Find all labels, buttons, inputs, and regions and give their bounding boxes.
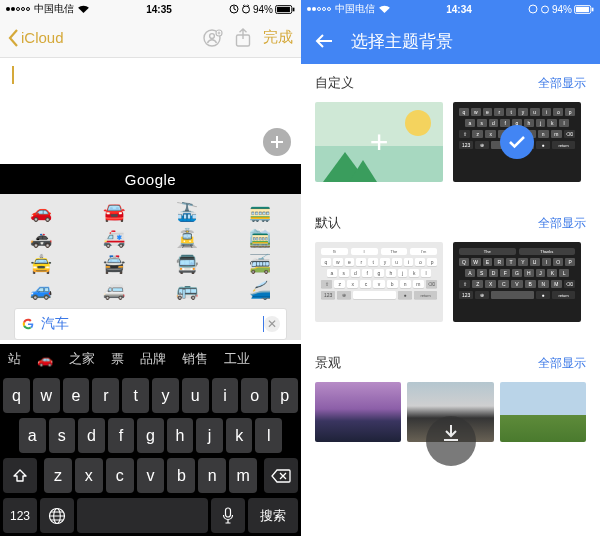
emoji-item[interactable]: 🚎	[226, 252, 293, 276]
theme-scenic-1[interactable]	[315, 382, 401, 442]
back-button[interactable]	[315, 33, 333, 49]
search-key[interactable]: 搜索	[248, 498, 298, 533]
key-q[interactable]: q	[3, 378, 30, 413]
key-l[interactable]: l	[255, 418, 282, 453]
key-b[interactable]: b	[167, 458, 195, 493]
key-s[interactable]: s	[49, 418, 76, 453]
key-u[interactable]: u	[182, 378, 209, 413]
emoji-item[interactable]: 🚊	[154, 226, 221, 250]
theme-add-custom[interactable]: +	[315, 102, 443, 182]
svg-rect-11	[226, 508, 231, 517]
emoji-item[interactable]: 🚙	[8, 278, 75, 302]
page-title: 选择主题背景	[351, 30, 453, 53]
key-g[interactable]: g	[137, 418, 164, 453]
globe-key[interactable]	[40, 498, 74, 533]
emoji-item[interactable]: 🚍	[154, 252, 221, 276]
key-y[interactable]: y	[152, 378, 179, 413]
add-attachment-button[interactable]	[263, 128, 291, 156]
key-p[interactable]: p	[271, 378, 298, 413]
suggestion-item[interactable]: 之家	[61, 350, 103, 368]
theme-default-dark[interactable]: TheThanksQWERTYUIOPASDFGHJKL⇧ZXCVBNM⌫123…	[453, 242, 581, 322]
carrier-label: 中国电信	[34, 2, 74, 16]
header-bar: 选择主题背景	[301, 18, 600, 64]
space-key[interactable]	[77, 498, 208, 533]
key-t[interactable]: t	[122, 378, 149, 413]
alarm-icon	[540, 4, 550, 14]
key-i[interactable]: i	[212, 378, 239, 413]
text-cursor-icon	[12, 66, 14, 84]
emoji-item[interactable]: 🚐	[81, 278, 148, 302]
keyboard: qwertyuiop asdfghjkl zxcvbnm 123 搜索	[0, 374, 301, 536]
phone-left: 中国电信 14:35 94% iCloud	[0, 0, 301, 536]
shift-key[interactable]	[3, 458, 37, 493]
show-all-link[interactable]: 全部显示	[538, 355, 586, 372]
suggestion-item[interactable]: 🚗	[29, 352, 61, 367]
suggestion-item[interactable]: 品牌	[132, 350, 174, 368]
search-text: 汽车	[41, 315, 262, 333]
rotation-lock-icon	[229, 4, 239, 14]
mic-key[interactable]	[211, 498, 245, 533]
numbers-key[interactable]: 123	[3, 498, 37, 533]
note-area[interactable]	[0, 58, 301, 164]
battery-label: 94%	[552, 4, 572, 15]
key-c[interactable]: c	[106, 458, 134, 493]
emoji-item[interactable]: 🚄	[226, 278, 293, 302]
key-e[interactable]: e	[63, 378, 90, 413]
back-button[interactable]: iCloud	[8, 29, 64, 47]
key-m[interactable]: m	[229, 458, 257, 493]
key-k[interactable]: k	[226, 418, 253, 453]
emoji-item[interactable]: 🚖	[8, 252, 75, 276]
share-icon[interactable]	[233, 28, 253, 48]
key-h[interactable]: h	[167, 418, 194, 453]
key-f[interactable]: f	[108, 418, 135, 453]
suggestion-item[interactable]: 销售	[174, 350, 216, 368]
emoji-item[interactable]: 🚃	[226, 200, 293, 224]
emoji-item[interactable]: 🚔	[81, 252, 148, 276]
key-z[interactable]: z	[44, 458, 72, 493]
search-field[interactable]: 汽车 ✕	[14, 308, 287, 340]
backspace-icon	[271, 469, 291, 483]
theme-default-light[interactable]: GITheI'mqwertyuiopasdfghjkl⇧zxcvbnm⌫123⊕…	[315, 242, 443, 322]
svg-rect-3	[277, 6, 290, 11]
suggestion-item[interactable]: 站	[0, 350, 29, 368]
alarm-icon	[241, 4, 251, 14]
show-all-link[interactable]: 全部显示	[538, 75, 586, 92]
section-title: 默认	[315, 214, 341, 232]
key-d[interactable]: d	[78, 418, 105, 453]
emoji-item[interactable]: 🚑	[81, 226, 148, 250]
clear-button[interactable]: ✕	[264, 316, 280, 332]
suggestion-item[interactable]: 票	[103, 350, 132, 368]
download-overlay-button[interactable]	[426, 416, 476, 466]
done-button[interactable]: 完成	[263, 28, 293, 47]
wifi-icon	[379, 5, 390, 14]
emoji-item[interactable]: 🚠	[154, 200, 221, 224]
arrow-left-icon	[315, 33, 333, 49]
show-all-link[interactable]: 全部显示	[538, 215, 586, 232]
svg-point-12	[529, 5, 537, 13]
emoji-item[interactable]: 🚌	[154, 278, 221, 302]
key-a[interactable]: a	[19, 418, 46, 453]
key-j[interactable]: j	[196, 418, 223, 453]
mic-icon	[222, 507, 234, 525]
emoji-item[interactable]: 🚘	[81, 200, 148, 224]
key-v[interactable]: v	[137, 458, 165, 493]
svg-point-13	[541, 6, 548, 13]
add-person-icon[interactable]	[203, 28, 223, 48]
key-w[interactable]: w	[33, 378, 60, 413]
svg-point-6	[210, 33, 215, 38]
key-n[interactable]: n	[198, 458, 226, 493]
backspace-key[interactable]	[264, 458, 298, 493]
key-o[interactable]: o	[241, 378, 268, 413]
svg-rect-16	[592, 7, 594, 11]
emoji-item[interactable]: 🚞	[226, 226, 293, 250]
suggestion-item[interactable]: 工业	[216, 350, 258, 368]
theme-scenic-3[interactable]	[500, 382, 586, 442]
plus-icon	[270, 135, 284, 149]
back-label: iCloud	[21, 29, 64, 46]
emoji-item[interactable]: 🚓	[8, 226, 75, 250]
battery-label: 94%	[253, 4, 273, 15]
theme-dark-selected[interactable]: qwertyuiopasdfghjkl⇧zxcvbnm⌫123⊕●return	[453, 102, 581, 182]
key-r[interactable]: r	[92, 378, 119, 413]
key-x[interactable]: x	[75, 458, 103, 493]
emoji-item[interactable]: 🚗	[8, 200, 75, 224]
